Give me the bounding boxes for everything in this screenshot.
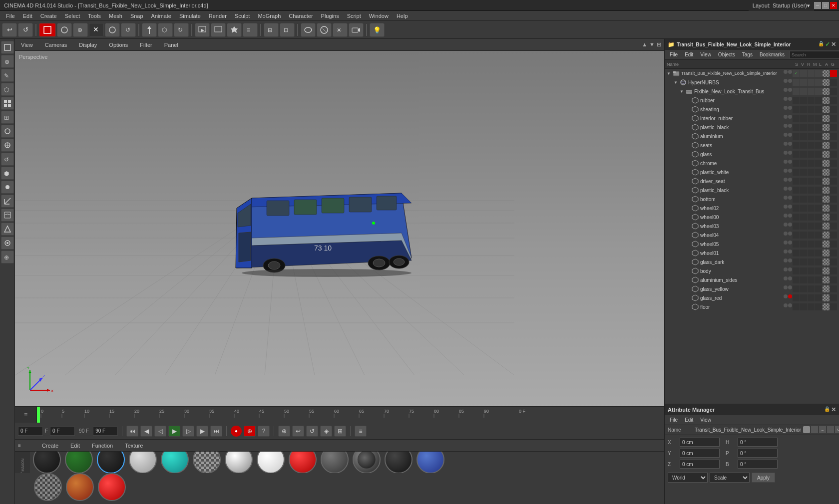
next-keyframe[interactable]: ▷ bbox=[182, 426, 194, 437]
am-scale-select[interactable]: Scale Freeze bbox=[710, 473, 750, 483]
tool-move[interactable]: ⊕ bbox=[1, 55, 14, 68]
om-edit-menu[interactable]: Edit bbox=[682, 51, 696, 58]
menu-render[interactable]: Render bbox=[205, 12, 231, 20]
om-file-menu[interactable]: File bbox=[667, 51, 681, 58]
frame-end-input[interactable] bbox=[93, 427, 118, 436]
menu-file[interactable]: File bbox=[2, 12, 19, 20]
om-view-menu[interactable]: View bbox=[697, 51, 714, 58]
menu-plugins[interactable]: Plugins bbox=[317, 12, 343, 20]
om-item-wheel02-12[interactable]: wheel02 bbox=[665, 204, 839, 213]
menu-sculpt[interactable]: Sculpt bbox=[231, 12, 254, 20]
om-item-plastic_black-10[interactable]: plastic_black bbox=[665, 186, 839, 195]
om-item-sheating-1[interactable]: sheating bbox=[665, 105, 839, 114]
viewport-cameras-menu[interactable]: Cameras bbox=[42, 41, 70, 49]
om-item-glass_dark-18[interactable]: glass_dark bbox=[665, 257, 839, 266]
om-item-wheel01-17[interactable]: wheel01 bbox=[665, 249, 839, 257]
timeline-options[interactable]: ≡ bbox=[24, 411, 27, 418]
minimize-button[interactable]: ─ bbox=[814, 2, 821, 9]
deform-tool[interactable] bbox=[301, 23, 316, 37]
tool-rotate[interactable]: ✎ bbox=[1, 69, 14, 82]
layout-selector[interactable]: Layout: Startup (User) ▾ bbox=[749, 0, 814, 11]
om-item-plastic_black-3[interactable]: plastic_black bbox=[665, 123, 839, 132]
am-edit-menu[interactable]: Edit bbox=[682, 416, 696, 424]
om-item-bottom-11[interactable]: bottom bbox=[665, 195, 839, 204]
current-frame-input[interactable] bbox=[18, 427, 43, 436]
tool-12[interactable] bbox=[1, 209, 14, 222]
om-bookmarks-menu[interactable]: Bookmarks bbox=[757, 51, 788, 58]
om-item-body-19[interactable]: body bbox=[665, 266, 839, 275]
material-sheating[interactable]: sheating bbox=[64, 452, 94, 473]
om-objects-menu[interactable]: Objects bbox=[715, 51, 738, 58]
om-item-driver_seat-9[interactable]: driver_seat bbox=[665, 177, 839, 186]
play[interactable]: ▶ bbox=[168, 426, 180, 437]
keyframe-help[interactable]: ? bbox=[258, 426, 270, 437]
om-close[interactable]: ✕ bbox=[831, 41, 836, 48]
am-y-pos[interactable] bbox=[680, 449, 720, 458]
am-world-select[interactable]: World Local Camera bbox=[668, 473, 708, 483]
edge-mode2[interactable]: ↺ bbox=[121, 23, 136, 37]
material-bottom[interactable]: bottom bbox=[320, 452, 350, 473]
menu-mograph[interactable]: MoGraph bbox=[254, 12, 285, 20]
am-view-menu[interactable]: View bbox=[697, 416, 714, 424]
render-settings[interactable] bbox=[227, 23, 242, 37]
material-seats[interactable]: seats bbox=[160, 452, 190, 473]
viewport-panel-menu[interactable]: Panel bbox=[161, 41, 181, 49]
redo-button[interactable]: ↺ bbox=[18, 23, 33, 37]
am-lock-icon[interactable]: – bbox=[819, 426, 826, 433]
key-grid[interactable]: ⊞ bbox=[334, 426, 346, 437]
om-item-wheel04-15[interactable]: wheel04 bbox=[665, 231, 839, 240]
am-reload-icon[interactable]: ↺ bbox=[835, 426, 839, 433]
om-item-seats-5[interactable]: seats bbox=[665, 141, 839, 150]
am-p-rot[interactable] bbox=[738, 449, 778, 458]
tool-select[interactable] bbox=[1, 41, 14, 54]
om-item-glass-6[interactable]: glass bbox=[665, 150, 839, 159]
timeline-toggle[interactable]: ≡ bbox=[355, 426, 367, 437]
goto-end[interactable]: ⏭ bbox=[210, 426, 222, 437]
prev-key[interactable]: ⊕ bbox=[278, 426, 290, 437]
close-button[interactable]: ✕ bbox=[830, 2, 837, 9]
material-plastic-white[interactable]: plastic_whi bbox=[256, 452, 286, 473]
autokey[interactable]: ⊕ bbox=[244, 426, 256, 437]
am-b-rot[interactable] bbox=[738, 460, 778, 469]
am-file-menu[interactable]: File bbox=[667, 416, 681, 424]
am-pin-icon[interactable] bbox=[827, 426, 834, 433]
menu-mesh[interactable]: Mesh bbox=[105, 12, 126, 20]
tool-11[interactable] bbox=[1, 195, 14, 208]
om-lock[interactable]: 🔒 bbox=[818, 41, 824, 48]
om-item-aluminium_sides-20[interactable]: aluminium_sides bbox=[665, 275, 839, 284]
material-wheels[interactable]: wheels bbox=[352, 452, 382, 473]
walk-tool[interactable]: ⊞ bbox=[264, 23, 279, 37]
am-h-rot[interactable] bbox=[738, 438, 778, 447]
viewport-fullscreen[interactable]: ⊞ bbox=[657, 41, 661, 48]
om-item-hypernurbs[interactable]: ▼ HyperNURBS bbox=[665, 78, 839, 87]
material-row2-1[interactable] bbox=[33, 473, 63, 502]
tool-scale[interactable]: ⬡ bbox=[1, 83, 14, 96]
point-mode[interactable]: ⊕ bbox=[73, 23, 88, 37]
om-item-rubber-0[interactable]: rubber bbox=[665, 96, 839, 105]
material-glass-dark[interactable]: glass_dark bbox=[384, 452, 414, 473]
tool-13[interactable] bbox=[1, 223, 14, 236]
om-search[interactable] bbox=[790, 51, 839, 59]
menu-window[interactable]: Window bbox=[365, 12, 393, 20]
material-chrome[interactable]: chrome bbox=[224, 452, 254, 473]
am-lock[interactable]: 🔒 bbox=[824, 406, 830, 413]
menu-simulate[interactable]: Simulate bbox=[175, 12, 205, 20]
key-opts[interactable]: ↺ bbox=[306, 426, 318, 437]
om-item-glass_yellow-21[interactable]: glass_yellow bbox=[665, 284, 839, 293]
tool-10[interactable] bbox=[1, 181, 14, 194]
am-z-pos[interactable] bbox=[680, 460, 720, 469]
om-item-wheel00-13[interactable]: wheel00 bbox=[665, 213, 839, 222]
om-check[interactable]: ✓ bbox=[825, 41, 830, 48]
model-mode[interactable] bbox=[39, 23, 56, 37]
menu-animate[interactable]: Animate bbox=[147, 12, 175, 20]
next-key[interactable]: ↩ bbox=[292, 426, 304, 437]
material-rubber[interactable]: rubber bbox=[32, 452, 62, 473]
am-apply-button[interactable]: Apply bbox=[752, 473, 775, 483]
timeline-ruler[interactable]: 0 5 10 15 20 25 30 35 40 bbox=[37, 407, 664, 423]
fly-tool[interactable]: ⊡ bbox=[280, 23, 295, 37]
viewport-expand-down[interactable]: ▼ bbox=[649, 41, 655, 48]
mat-edit[interactable]: Edit bbox=[67, 442, 83, 450]
material-plastic-red[interactable]: plastic_red bbox=[288, 452, 318, 473]
om-tags-menu[interactable]: Tags bbox=[739, 51, 756, 58]
menu-script[interactable]: Script bbox=[343, 12, 365, 20]
